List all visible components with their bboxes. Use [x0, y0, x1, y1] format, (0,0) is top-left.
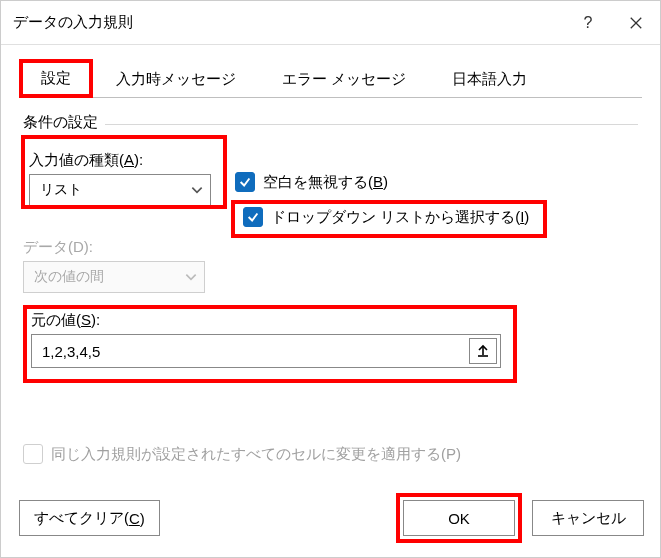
- in-cell-dropdown-row[interactable]: ドロップダウン リストから選択する(I): [235, 202, 537, 232]
- source-block: 元の値(S):: [23, 305, 517, 374]
- ignore-blank-row[interactable]: 空白を無視する(B): [235, 172, 537, 192]
- close-icon: [629, 16, 643, 30]
- cancel-button[interactable]: キャンセル: [532, 500, 644, 536]
- in-cell-dropdown-label: ドロップダウン リストから選択する(I): [271, 208, 529, 227]
- tab-error-alert[interactable]: エラー メッセージ: [259, 61, 429, 98]
- apply-all-label: 同じ入力規則が設定されたすべてのセルに変更を適用する(P): [51, 445, 461, 464]
- dialog-title: データの入力規則: [13, 13, 564, 32]
- range-picker-button[interactable]: [469, 338, 497, 364]
- allow-block: 入力値の種類(A): リスト: [23, 146, 217, 211]
- criteria-group-label: 条件の設定: [23, 113, 638, 138]
- ok-button[interactable]: OK: [403, 500, 515, 536]
- tab-ime-mode[interactable]: 日本語入力: [429, 61, 550, 98]
- apply-all-checkbox: [23, 444, 43, 464]
- tab-input-message[interactable]: 入力時メッセージ: [93, 61, 259, 98]
- allow-label: 入力値の種類(A):: [29, 151, 211, 170]
- titlebar: データの入力規則 ?: [1, 1, 660, 45]
- source-input[interactable]: [32, 335, 466, 367]
- allow-select[interactable]: リスト: [29, 174, 211, 206]
- data-value: 次の値の間: [34, 268, 104, 286]
- chevron-down-icon: [190, 183, 204, 197]
- ignore-blank-checkbox[interactable]: [235, 172, 255, 192]
- clear-all-button[interactable]: すべてクリア(C): [19, 500, 160, 536]
- content-area: 条件の設定 入力値の種類(A): リスト: [1, 99, 660, 485]
- tab-underline: [19, 97, 642, 98]
- data-select: 次の値の間: [23, 261, 205, 293]
- allow-value: リスト: [40, 181, 82, 199]
- dialog-window: データの入力規則 ? 設定 入力時メッセージ エラー メッセージ 日本語入力 条…: [0, 0, 661, 558]
- source-field-row: [31, 334, 501, 368]
- source-label: 元の値(S):: [31, 311, 509, 330]
- in-cell-dropdown-checkbox[interactable]: [243, 207, 263, 227]
- data-label: データ(D):: [23, 238, 638, 257]
- chevron-down-icon: [184, 270, 198, 284]
- tab-settings[interactable]: 設定: [19, 59, 93, 98]
- collapse-dialog-icon: [476, 344, 490, 358]
- dialog-footer: すべてクリア(C) OK キャンセル: [1, 485, 660, 557]
- close-button[interactable]: [612, 1, 660, 45]
- ignore-blank-label: 空白を無視する(B): [263, 173, 388, 192]
- apply-all-row: 同じ入力規則が設定されたすべてのセルに変更を適用する(P): [23, 444, 638, 464]
- help-button[interactable]: ?: [564, 1, 612, 45]
- tab-strip: 設定 入力時メッセージ エラー メッセージ 日本語入力: [1, 45, 660, 98]
